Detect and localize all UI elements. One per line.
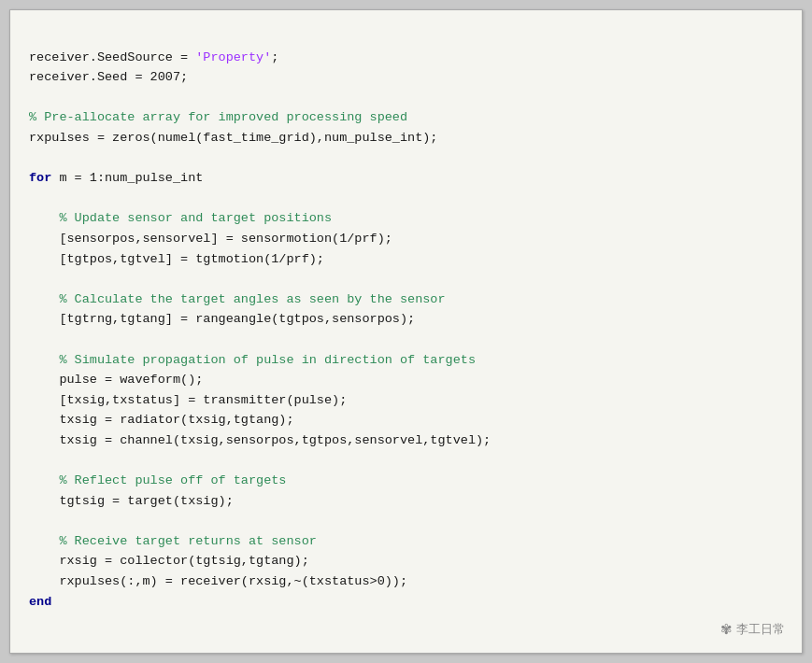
watermark: ✾ 李工日常: [720, 621, 785, 638]
watermark-text: 李工日常: [736, 621, 785, 638]
line-4: [sensorpos,sensorvel] = sensormotion(1/p…: [29, 232, 392, 246]
line-10: txsig = channel(txsig,sensorpos,tgtpos,s…: [29, 433, 491, 447]
line-comment-5: % Reflect pulse off of targets: [29, 473, 286, 487]
line-3: rxpulses = zeros(numel(fast_time_grid),n…: [29, 131, 437, 145]
code-block: receiver.SeedSource = 'Property'; receiv…: [29, 27, 783, 632]
line-comment-3: % Calculate the target angles as seen by…: [29, 292, 446, 306]
line-8: [txsig,txstatus] = transmitter(pulse);: [29, 393, 347, 407]
line-comment-4: % Simulate propagation of pulse in direc…: [29, 353, 476, 367]
line-7: pulse = waveform();: [29, 373, 203, 387]
line-9: txsig = radiator(txsig,tgtang);: [29, 413, 294, 427]
line-5: [tgtpos,tgtvel] = tgtmotion(1/prf);: [29, 252, 324, 266]
line-comment-6: % Receive target returns at sensor: [29, 534, 317, 548]
line-1: receiver.SeedSource = 'Property';: [29, 50, 278, 64]
line-for: for m = 1:num_pulse_int: [29, 171, 203, 185]
line-comment-1: % Pre-allocate array for improved proces…: [29, 110, 407, 124]
line-2: receiver.Seed = 2007;: [29, 70, 188, 84]
line-comment-2: % Update sensor and target positions: [29, 211, 332, 225]
line-13: rxpulses(:,m) = receiver(rxsig,~(txstatu…: [29, 574, 407, 588]
line-12: rxsig = collector(tgtsig,tgtang);: [29, 554, 309, 568]
watermark-icon: ✾: [720, 621, 733, 638]
code-container: receiver.SeedSource = 'Property'; receiv…: [9, 9, 803, 654]
line-end: end: [29, 595, 51, 609]
line-6: [tgtrng,tgtang] = rangeangle(tgtpos,sens…: [29, 312, 415, 326]
line-11: tgtsig = target(txsig);: [29, 494, 234, 508]
